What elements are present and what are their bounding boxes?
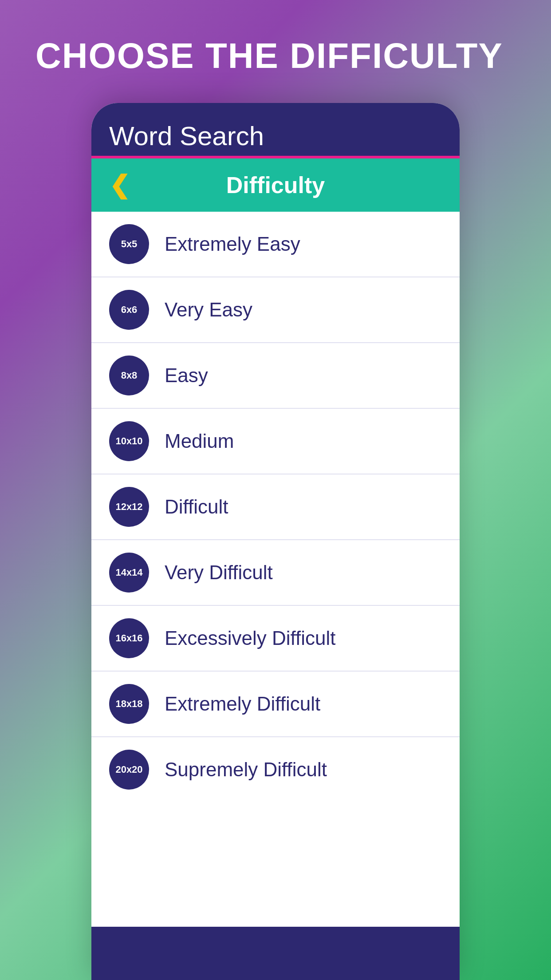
list-item[interactable]: 16x16 Excessively Difficult bbox=[91, 606, 460, 672]
grid-badge: 6x6 bbox=[109, 290, 149, 330]
difficulty-label: Difficult bbox=[165, 496, 228, 518]
phone-frame: Word Search ❮ Difficulty 5x5 Extremely E… bbox=[91, 103, 460, 980]
grid-badge: 10x10 bbox=[109, 421, 149, 461]
difficulty-label: Easy bbox=[165, 364, 208, 387]
page-title: CHOOSE THE DIFFICULTY bbox=[0, 0, 551, 103]
grid-badge: 20x20 bbox=[109, 750, 149, 790]
grid-badge: 12x12 bbox=[109, 487, 149, 527]
difficulty-label: Very Difficult bbox=[165, 561, 273, 584]
list-item[interactable]: 5x5 Extremely Easy bbox=[91, 212, 460, 277]
grid-badge: 18x18 bbox=[109, 684, 149, 724]
list-item[interactable]: 12x12 Difficult bbox=[91, 474, 460, 540]
difficulty-label: Extremely Difficult bbox=[165, 693, 320, 715]
list-item[interactable]: 14x14 Very Difficult bbox=[91, 540, 460, 606]
grid-badge: 5x5 bbox=[109, 224, 149, 264]
list-item[interactable]: 18x18 Extremely Difficult bbox=[91, 672, 460, 737]
difficulty-header: ❮ Difficulty bbox=[91, 158, 460, 212]
bottom-bar bbox=[91, 927, 460, 980]
app-header: Word Search bbox=[91, 103, 460, 158]
grid-badge: 8x8 bbox=[109, 356, 149, 395]
difficulty-label: Very Easy bbox=[165, 299, 252, 321]
difficulty-label: Supremely Difficult bbox=[165, 759, 327, 781]
app-title: Word Search bbox=[109, 121, 442, 156]
list-item[interactable]: 10x10 Medium bbox=[91, 409, 460, 474]
back-button[interactable]: ❮ bbox=[109, 173, 130, 198]
difficulty-label: Excessively Difficult bbox=[165, 627, 336, 649]
list-item[interactable]: 6x6 Very Easy bbox=[91, 277, 460, 343]
list-item[interactable]: 8x8 Easy bbox=[91, 343, 460, 409]
difficulty-list: 5x5 Extremely Easy 6x6 Very Easy 8x8 Eas… bbox=[91, 212, 460, 927]
difficulty-label: Medium bbox=[165, 430, 234, 452]
difficulty-header-title: Difficulty bbox=[109, 172, 442, 198]
difficulty-label: Extremely Easy bbox=[165, 233, 300, 255]
list-item[interactable]: 20x20 Supremely Difficult bbox=[91, 737, 460, 802]
grid-badge: 14x14 bbox=[109, 553, 149, 593]
grid-badge: 16x16 bbox=[109, 618, 149, 658]
